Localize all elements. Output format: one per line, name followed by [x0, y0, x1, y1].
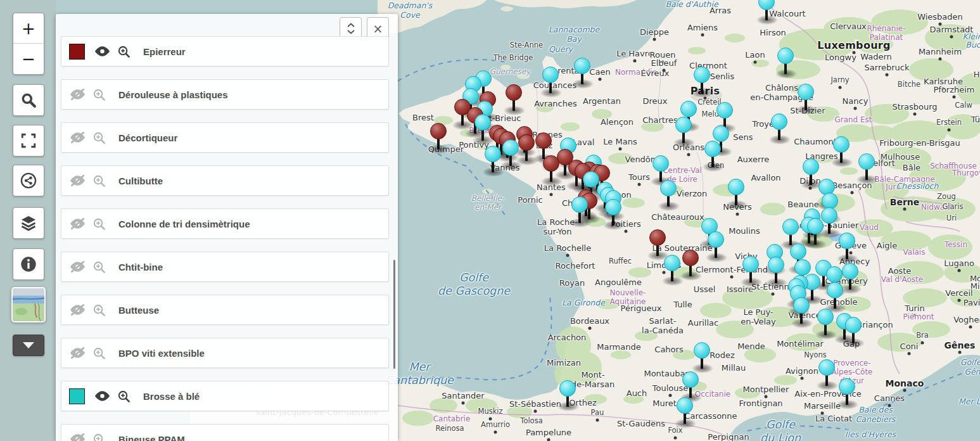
city-dot — [908, 352, 911, 355]
map-label: Santander — [442, 391, 484, 400]
city-dot — [886, 74, 889, 77]
layer-visibility-toggle[interactable] — [69, 260, 86, 273]
map-label: Châteauroux — [651, 212, 704, 222]
marker-head — [704, 141, 721, 157]
city-dot — [669, 394, 672, 397]
panel-scrollbar[interactable] — [393, 260, 395, 369]
layers-icon — [20, 214, 37, 232]
marker-shadow — [428, 144, 450, 154]
zoom-to-layer-button[interactable] — [92, 260, 106, 274]
marker-head — [839, 378, 855, 395]
magnifier-plus-icon — [92, 88, 106, 101]
layer-visibility-toggle[interactable] — [94, 390, 111, 402]
map-label: The Bridge — [493, 54, 533, 63]
map-label: Mende — [737, 342, 765, 351]
layer-visibility-toggle[interactable] — [69, 433, 86, 441]
marker-head — [543, 155, 559, 172]
map-label: La Rochelle — [544, 243, 591, 253]
zoom-to-layer-button[interactable] — [92, 131, 106, 144]
map-label: Reinosa — [435, 425, 464, 433]
layer-label: Chtit-bine — [118, 262, 163, 272]
layer-card[interactable]: Butteuse — [61, 295, 389, 325]
map-label: Glaris — [942, 203, 963, 212]
map-label: Périgueux — [621, 304, 662, 313]
city-dot — [589, 327, 592, 330]
map-label: Chartres — [642, 115, 678, 125]
layer-card[interactable]: Colonne de tri densimètrique — [61, 208, 389, 239]
map-label: Golfe du Lion — [760, 418, 801, 441]
layer-visibility-toggle[interactable] — [69, 131, 86, 144]
eye-slash-icon — [69, 347, 86, 359]
zoom-to-layer-button[interactable] — [117, 390, 130, 403]
layer-visibility-toggle[interactable] — [94, 45, 111, 58]
eye-slash-icon — [69, 433, 86, 441]
share-button[interactable] — [13, 165, 44, 196]
marker-head — [694, 67, 710, 83]
marker-head — [652, 155, 669, 172]
map-app: Deadman's CoveLannacombe BayBaie d'Authi… — [0, 0, 980, 441]
fullscreen-button[interactable] — [13, 125, 44, 157]
map-label: La Gironde — [562, 298, 605, 308]
zoom-to-layer-button[interactable] — [92, 174, 106, 188]
info-button[interactable] — [13, 248, 44, 280]
layer-card[interactable]: Cultibutte — [61, 165, 389, 196]
zoom-in-button[interactable]: + — [13, 13, 44, 44]
city-dot — [663, 271, 666, 274]
map-label: Bitche — [898, 80, 920, 89]
city-dot — [633, 60, 637, 63]
zoom-to-layer-button[interactable] — [92, 88, 106, 101]
map-label: Baie des Canebiers — [856, 406, 896, 425]
map-label: Pampelune — [526, 428, 571, 437]
marker-shadow — [675, 419, 696, 428]
layer-card[interactable]: Bineuse PPAM — [61, 424, 389, 441]
layers-button[interactable] — [13, 207, 44, 239]
search-button[interactable] — [13, 84, 44, 116]
zoom-to-layer-button[interactable] — [92, 433, 106, 441]
eye-slash-icon — [69, 260, 86, 273]
layer-visibility-toggle[interactable] — [69, 217, 86, 230]
map-label: Marseille — [804, 401, 841, 411]
layer-card[interactable]: Brosse à blé — [61, 381, 389, 411]
map-label: Sens — [733, 132, 753, 142]
eye-slash-icon — [69, 88, 86, 101]
layer-label: Décortiqueur — [118, 132, 177, 143]
zoom-to-layer-button[interactable] — [92, 347, 106, 360]
map-label: Uri — [946, 214, 957, 223]
city-dot — [839, 86, 842, 89]
map-label: Senlis — [710, 72, 735, 81]
city-dot — [599, 78, 602, 81]
marker-head — [742, 256, 759, 272]
layer-visibility-toggle[interactable] — [69, 304, 86, 316]
map-label: Cannes — [874, 393, 905, 403]
map-label: Marmande — [597, 342, 640, 352]
map-label: Clervaux — [830, 22, 867, 31]
zoom-to-layer-button[interactable] — [92, 304, 106, 317]
zoom-to-layer-button[interactable] — [117, 45, 130, 58]
marker-head — [777, 48, 794, 64]
map-label: Ste-Anne — [510, 41, 543, 50]
layer-card[interactable]: Dérouleuse à plastiques — [61, 79, 389, 110]
layer-visibility-toggle[interactable] — [69, 174, 86, 187]
marker-shadow — [837, 400, 858, 409]
map-label: Vierzon — [677, 189, 708, 198]
map-label: Le Mans — [603, 137, 637, 146]
eye-slash-icon — [69, 304, 86, 316]
eye-slash-icon — [69, 217, 86, 230]
marker-head — [794, 259, 811, 276]
layer-visibility-toggle[interactable] — [69, 88, 86, 101]
share-icon — [20, 172, 37, 189]
layer-card[interactable]: BPO viti extensible — [61, 338, 389, 368]
zoom-to-layer-button[interactable] — [92, 217, 106, 231]
marker-shadow — [815, 330, 837, 340]
layer-card[interactable]: Epierreur — [61, 36, 389, 67]
map-label: Wiesbaden — [917, 12, 963, 22]
zoom-out-button[interactable]: − — [13, 44, 44, 74]
minimap-button[interactable] — [11, 287, 46, 323]
layer-card[interactable]: Chtit-bine — [61, 252, 389, 282]
marker-head — [675, 117, 692, 133]
layer-visibility-toggle[interactable] — [69, 347, 86, 359]
layer-card[interactable]: Décortiqueur — [61, 122, 389, 153]
map-label: Pornic — [518, 195, 542, 205]
collapse-toolbar-button[interactable] — [13, 335, 44, 356]
marker-head — [680, 101, 697, 117]
